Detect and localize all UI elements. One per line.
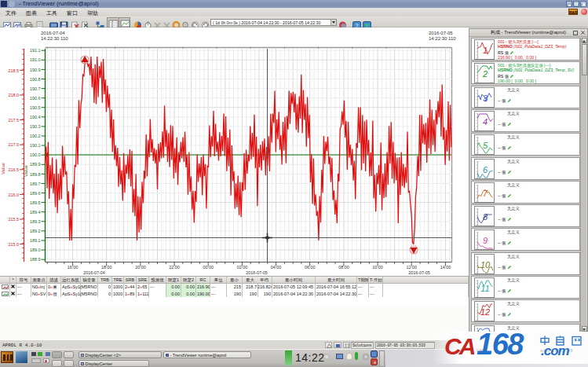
svg-text:217.5: 217.5 <box>9 118 20 123</box>
svg-text:188.9: 188.9 <box>30 257 41 262</box>
svg-text:189.9: 189.9 <box>30 162 41 167</box>
svg-text:189.8: 189.8 <box>30 172 41 177</box>
svg-text:14:00: 14:00 <box>440 265 451 270</box>
svg-text:189.6: 189.6 <box>30 191 41 196</box>
svg-text:16:00: 16:00 <box>68 265 79 270</box>
svg-text:20:00: 20:00 <box>135 265 146 270</box>
svg-text:6: 6 <box>483 165 488 174</box>
svg-text:7: 7 <box>483 189 488 198</box>
svg-text:190.3: 190.3 <box>30 124 41 129</box>
svg-text:189.5: 189.5 <box>30 200 41 205</box>
svg-text:22:00: 22:00 <box>169 265 180 270</box>
svg-text:2016-07-04: 2016-07-04 <box>83 270 105 275</box>
svg-text:06:00: 06:00 <box>305 265 316 270</box>
svg-text:190.8: 190.8 <box>30 77 41 82</box>
svg-text:190.4: 190.4 <box>30 115 41 119</box>
svg-text:9: 9 <box>483 236 488 245</box>
svg-text:190.1: 190.1 <box>30 143 41 148</box>
svg-text:10: 10 <box>480 260 491 270</box>
svg-text:10:00: 10:00 <box>372 265 383 270</box>
svg-text:18:00: 18:00 <box>101 265 112 270</box>
svg-text:190.0: 190.0 <box>30 152 41 157</box>
svg-text:215.5: 215.5 <box>9 217 20 222</box>
svg-text:2016-07-05: 2016-07-05 <box>246 270 268 275</box>
svg-text:218.0: 218.0 <box>9 93 20 97</box>
svg-text:00:00: 00:00 <box>203 265 214 270</box>
svg-text:216.0: 216.0 <box>9 193 20 197</box>
svg-text:191.1: 191.1 <box>30 48 41 53</box>
svg-text:11: 11 <box>480 284 489 293</box>
svg-text:3: 3 <box>483 94 488 103</box>
svg-text:190.7: 190.7 <box>30 86 41 91</box>
svg-text:190.2: 190.2 <box>30 134 41 138</box>
svg-text:190.9: 190.9 <box>30 68 41 72</box>
svg-text:1: 1 <box>483 46 488 55</box>
svg-text:215.0: 215.0 <box>9 242 20 247</box>
svg-text:190.6: 190.6 <box>30 96 41 101</box>
svg-text:190.5: 190.5 <box>30 105 41 110</box>
svg-text:216.5: 216.5 <box>9 167 20 172</box>
svg-text:189.4: 189.4 <box>30 210 41 215</box>
svg-text:2016-07-05: 2016-07-05 <box>408 270 430 275</box>
svg-text:2: 2 <box>482 69 488 79</box>
svg-text:04:00: 04:00 <box>271 265 282 270</box>
svg-text:218.5: 218.5 <box>9 68 20 73</box>
svg-text:5: 5 <box>483 141 488 150</box>
svg-text:189.2: 189.2 <box>30 229 41 233</box>
svg-text:8: 8 <box>483 212 488 222</box>
svg-text:02:00: 02:00 <box>237 265 248 270</box>
svg-text:189.7: 189.7 <box>30 182 41 186</box>
svg-text:12:00: 12:00 <box>406 265 417 270</box>
svg-text:189.1: 189.1 <box>30 238 41 243</box>
svg-text:189.3: 189.3 <box>30 219 41 224</box>
svg-text:191.0: 191.0 <box>30 57 41 62</box>
svg-text:217.0: 217.0 <box>9 142 20 147</box>
svg-text:189.0: 189.0 <box>30 248 41 252</box>
svg-text:08:00: 08:00 <box>338 265 349 270</box>
svg-text:4: 4 <box>483 117 488 127</box>
svg-text:12: 12 <box>480 307 490 317</box>
